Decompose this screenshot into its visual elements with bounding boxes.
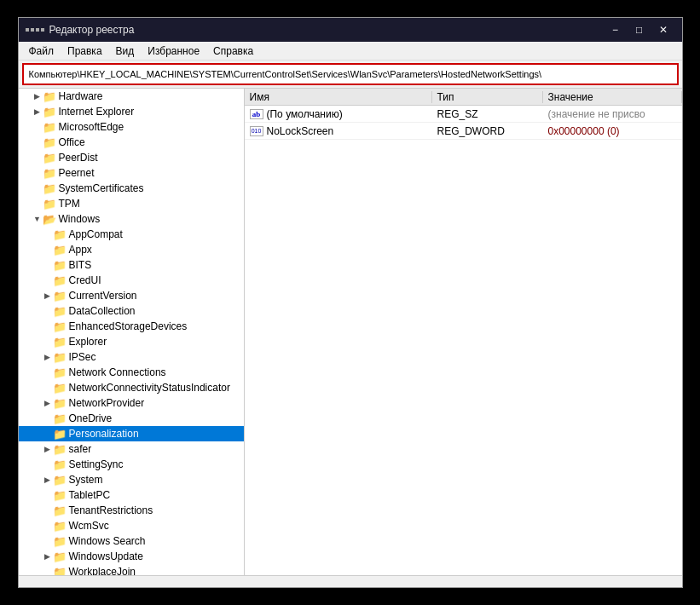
minimize-button[interactable]: − [604,20,628,39]
tree-label: CredUI [69,274,101,286]
folder-icon: 📁 [43,90,56,103]
menu-file[interactable]: Файл [22,43,61,59]
expand-arrow: ▶ [43,399,53,407]
tree-item-peernet[interactable]: 📁 Peernet [19,165,244,181]
tree-item-system[interactable]: ▶ 📁 System [19,472,244,487]
cell-name-nolockscreen: 010 NoLockScreen [245,125,432,137]
folder-icon: 📁 [43,136,56,149]
tree-label: Office [59,136,85,148]
folder-icon: 📁 [53,520,67,533]
folder-icon: 📁 [53,474,67,487]
folder-icon: 📁 [53,228,67,241]
tree-item-peerdist[interactable]: 📁 PeerDist [19,150,244,165]
tree-item-tenantrestrictions[interactable]: 📁 TenantRestrictions [19,503,244,518]
tree-item-hardware[interactable]: ▶ 📁 Hardware [19,89,244,104]
window-title: Редактор реестра [49,24,135,36]
folder-icon: 📁 [53,412,67,425]
expand-arrow: ▶ [43,552,53,561]
folder-icon: 📁 [53,489,67,502]
title-bar-left: Редактор реестра [26,24,135,36]
tree-item-networkconn[interactable]: 📁 Network Connections [19,365,244,380]
address-bar[interactable]: Компьютер\HKEY_LOCAL_MACHINE\SYSTEM\Curr… [22,63,679,85]
tree-item-wcmsvc[interactable]: 📁 WcmSvc [19,518,244,533]
folder-icon: 📁 [53,443,67,456]
folder-icon: 📂 [43,213,56,226]
title-bar: Редактор реестра − □ ✕ [19,18,682,42]
tree-label: Windows Search [69,535,146,547]
tree-label: Explorer [69,336,107,348]
tree-label: Hardware [59,90,103,102]
tree-label: Internet Explorer [59,106,135,118]
tree-label: AppCompat [69,228,123,240]
tree-item-windows[interactable]: ▼ 📂 Windows [19,211,244,227]
cell-value-default: (значение не присво [543,108,682,120]
expand-arrow: ▶ [32,92,43,101]
main-content: ▶ 📁 Hardware ▶ 📁 Internet Explorer 📁 Mic… [19,88,682,575]
maximize-button[interactable]: □ [628,20,651,39]
tree-item-edge[interactable]: 📁 MicrosoftEdge [19,119,244,135]
tree-item-ipsec[interactable]: ▶ 📁 IPSec [19,349,244,365]
detail-row[interactable]: 010 NoLockScreen REG_DWORD 0x00000000 (0… [245,123,682,140]
tree-item-bits[interactable]: 📁 BITS [19,257,244,273]
tree-item-explorer[interactable]: 📁 Explorer [19,334,244,349]
horizontal-scrollbar[interactable] [19,575,682,587]
tree-item-ncsi[interactable]: 📁 NetworkConnectivityStatusIndicator [19,380,244,395]
tree-label: SettingSync [69,458,124,470]
tree-item-networkprovider[interactable]: ▶ 📁 NetworkProvider [19,395,244,411]
cell-type-default: REG_SZ [432,108,543,120]
folder-icon: 📁 [53,290,67,302]
folder-icon: 📁 [53,535,67,548]
tree-label: safer [69,443,92,455]
tree-item-currentversion[interactable]: ▶ 📁 CurrentVersion [19,288,244,303]
col-header-name: Имя [245,91,432,103]
tree-label: BITS [69,259,92,271]
close-button[interactable]: ✕ [651,20,675,39]
menu-edit[interactable]: Правка [61,43,109,59]
address-path: Компьютер\HKEY_LOCAL_MACHINE\SYSTEM\Curr… [29,69,542,79]
tree-item-personalization[interactable]: 📁 Personalization [19,426,244,441]
tree-item-windowssearch[interactable]: 📁 Windows Search [19,533,244,549]
tree-label: Peernet [59,167,95,179]
tree-label: TenantRestrictions [69,504,153,516]
tree-item-ie[interactable]: ▶ 📁 Internet Explorer [19,104,244,119]
tree-item-enhancedstorage[interactable]: 📁 EnhancedStorageDevices [19,319,244,334]
folder-icon: 📁 [53,550,67,563]
tree-item-appcompat[interactable]: 📁 AppCompat [19,227,244,242]
tree-item-syscert[interactable]: 📁 SystemCertificates [19,181,244,196]
cell-name-default: ab (По умолчанию) [245,108,432,120]
tree-item-onedrive[interactable]: 📁 OneDrive [19,411,244,426]
tree-label: NetworkProvider [69,397,145,409]
registry-editor-window: Редактор реестра − □ ✕ Файл Правка Вид И… [18,17,683,588]
menu-help[interactable]: Справка [206,43,260,59]
detail-row[interactable]: ab (По умолчанию) REG_SZ (значение не пр… [245,106,682,123]
tree-item-safer[interactable]: ▶ 📁 safer [19,441,244,457]
tree-item-workplacejoin[interactable]: 📁 WorkplaceJoin [19,564,244,575]
tree-item-datacollection[interactable]: 📁 DataCollection [19,303,244,319]
window-controls: − □ ✕ [604,20,675,39]
tree-label: Appx [69,244,92,256]
tree-item-office[interactable]: 📁 Office [19,135,244,150]
tree-item-windowsupdate[interactable]: ▶ 📁 WindowsUpdate [19,549,244,564]
tree-item-tpm[interactable]: 📁 TPM [19,196,244,211]
menu-view[interactable]: Вид [109,43,142,59]
tree-label: System [69,474,103,486]
tree-item-credui[interactable]: 📁 CredUI [19,273,244,288]
tree-panel: ▶ 📁 Hardware ▶ 📁 Internet Explorer 📁 Mic… [19,89,245,575]
folder-icon: 📁 [53,259,67,272]
tree-item-tabletpc[interactable]: 📁 TabletPC [19,487,244,503]
detail-header: Имя Тип Значение [245,89,682,106]
folder-icon: 📁 [43,198,56,210]
tree-item-settingsync[interactable]: 📁 SettingSync [19,457,244,472]
tree-label: DataCollection [69,305,136,317]
tree-label: PeerDist [59,152,98,164]
tree-label: TPM [59,198,80,210]
folder-icon: 📁 [53,428,67,441]
detail-panel: Имя Тип Значение ab (По умолчанию) REG_S… [245,89,682,575]
expand-arrow: ▼ [32,215,43,223]
menu-favorites[interactable]: Избранное [141,43,206,59]
ab-icon: ab [250,109,263,119]
folder-icon: 📁 [43,106,56,118]
cell-value-nolockscreen: 0x00000000 (0) [543,125,682,137]
tree-label: Windows [59,213,101,225]
tree-item-appx[interactable]: 📁 Appx [19,242,244,257]
